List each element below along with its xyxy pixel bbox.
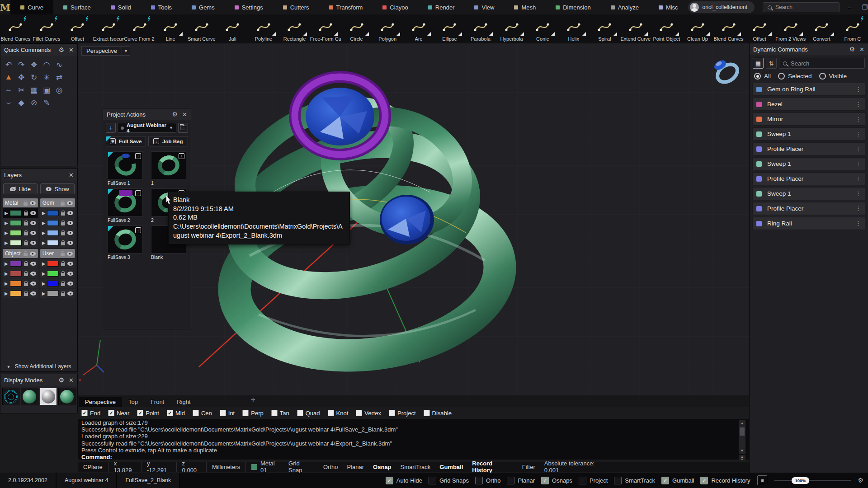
kebab-menu-icon[interactable]: ⋮	[855, 116, 861, 122]
close-icon[interactable]: ✕	[182, 111, 187, 118]
command-history[interactable]: Loaded graph of size:179Successfully rea…	[78, 419, 749, 460]
layer-row[interactable]: ▶	[40, 208, 75, 218]
kebab-menu-icon[interactable]: ⋮	[855, 175, 861, 182]
kebab-menu-icon[interactable]: ⋮	[855, 160, 861, 167]
bottom-toggle[interactable]: Grid Snaps	[429, 477, 469, 484]
quick-command-icon[interactable]: ▣	[41, 84, 52, 96]
osnap-toggle[interactable]: Knot	[328, 410, 349, 417]
checkbox-icon[interactable]	[193, 410, 199, 416]
quick-command-icon[interactable]: ↷	[15, 59, 27, 70]
toolbar-button[interactable]: Jali	[217, 14, 248, 43]
saved-state-thumbnail[interactable]: ↓ FullSave 2	[108, 188, 143, 223]
osnap-toggle[interactable]: Perp	[242, 410, 263, 417]
command-item[interactable]: Mirror ⋮	[752, 113, 865, 126]
quick-command-icon[interactable]: ⇄	[53, 71, 65, 83]
eye-icon[interactable]	[30, 282, 36, 286]
menu-item[interactable]: Misc	[649, 0, 688, 14]
osnap-toggle[interactable]: Mid	[167, 410, 185, 417]
toolbar-button[interactable]: Convert	[806, 14, 837, 43]
osnap-toggle[interactable]: Project	[389, 410, 415, 417]
checkbox-icon[interactable]	[661, 477, 669, 484]
command-item[interactable]: Bezel ⋮	[752, 98, 865, 111]
lock-icon[interactable]	[61, 293, 65, 296]
commands-search-input[interactable]	[791, 60, 849, 67]
gear-icon[interactable]: ⚙	[858, 477, 863, 484]
lock-icon[interactable]	[61, 273, 65, 276]
lock-icon[interactable]	[24, 283, 28, 286]
checkbox-icon[interactable]	[297, 410, 303, 416]
status-cell[interactable]: y -12.291	[142, 462, 177, 472]
toolbar-button[interactable]: Point Object	[651, 14, 682, 43]
eye-icon[interactable]	[30, 241, 36, 245]
eye-icon[interactable]	[30, 262, 36, 266]
layer-color-swatch[interactable]	[10, 291, 22, 296]
kebab-menu-icon[interactable]: ⋮	[855, 190, 861, 197]
status-toggle[interactable]: Planar	[347, 464, 364, 470]
close-icon[interactable]: ✕	[69, 47, 74, 53]
status-toggle[interactable]: SmartTrack	[401, 464, 431, 470]
eye-icon[interactable]	[67, 291, 73, 296]
layer-row[interactable]: ▶	[3, 289, 38, 298]
eye-icon[interactable]	[30, 201, 36, 205]
toolbar-button[interactable]: Offset	[744, 14, 775, 43]
status-cell[interactable]: CPlane	[78, 462, 108, 472]
toolbar-button[interactable]: Extract Isocurve Fr...	[93, 14, 124, 43]
status-cell[interactable]: x 13.829	[108, 462, 142, 472]
quick-command-icon[interactable]: ⇔	[3, 84, 14, 96]
menu-item[interactable]: Settings	[225, 0, 273, 14]
project-label[interactable]: August webinar 4	[57, 473, 118, 488]
menu-item[interactable]: Transform	[319, 0, 373, 14]
toolbar-button[interactable]: Line	[155, 14, 186, 43]
quick-command-icon[interactable]: ↶	[3, 59, 14, 70]
layer-group-header[interactable]: Object	[3, 249, 38, 258]
project-select[interactable]: August Webinar 4 ▼	[118, 123, 176, 133]
export-icon[interactable]: ↓	[135, 153, 141, 159]
checkbox-icon[interactable]	[424, 410, 430, 416]
eye-icon[interactable]	[67, 221, 73, 225]
quick-command-icon[interactable]: ◠	[41, 59, 52, 70]
lock-icon[interactable]	[24, 293, 28, 296]
export-icon[interactable]: ↓	[179, 153, 184, 159]
toolbar-button[interactable]: Offset	[62, 14, 93, 43]
saved-state-thumbnail[interactable]: ↓ 1	[151, 151, 186, 186]
checkbox-icon[interactable]	[108, 410, 114, 416]
menu-item[interactable]: Dimension	[546, 0, 600, 14]
menu-item[interactable]: Solid	[101, 0, 141, 14]
checkbox-icon[interactable]	[220, 410, 226, 416]
eye-icon[interactable]	[30, 291, 36, 296]
osnap-toggle[interactable]: Tan	[271, 410, 289, 417]
checkbox-icon[interactable]	[242, 410, 249, 416]
close-icon[interactable]: ✕	[69, 377, 74, 384]
quick-command-icon[interactable]: ◆	[15, 97, 27, 108]
kebab-menu-icon[interactable]: ⋮	[855, 220, 861, 227]
command-item[interactable]: Gem on Ring Rail ⋮	[752, 83, 865, 96]
layer-color-swatch[interactable]	[10, 210, 22, 216]
checkbox-icon[interactable]	[356, 410, 362, 416]
menu-item[interactable]: Surface	[53, 0, 101, 14]
layer-row[interactable]: ▶	[3, 259, 38, 268]
quick-command-icon[interactable]: ❖	[28, 59, 40, 70]
menu-item[interactable]: Mesh	[504, 0, 546, 14]
bottom-toggle[interactable]: Record History	[700, 477, 750, 484]
lock-icon[interactable]	[24, 242, 28, 245]
bottom-toggle[interactable]: Auto Hide	[386, 477, 422, 484]
filter-radio[interactable]: All	[754, 73, 771, 80]
bottom-toggle[interactable]: Ortho	[475, 477, 501, 484]
command-item[interactable]: Profile Placer ⋮	[752, 142, 865, 155]
toolbar-button[interactable]: Fillet Curves	[31, 14, 62, 43]
layer-color-swatch[interactable]	[10, 271, 22, 277]
quick-command-icon[interactable]: ✎	[41, 97, 52, 108]
menu-item[interactable]: Curve	[10, 0, 53, 14]
menu-item[interactable]: Clayoo	[373, 0, 418, 14]
toolbar-button[interactable]: Rectangle	[279, 14, 310, 43]
toolbar-button[interactable]: Parabola	[465, 14, 496, 43]
layer-group-header[interactable]: Gem	[40, 198, 75, 207]
quick-command-icon[interactable]: ▦	[28, 84, 40, 96]
lock-icon[interactable]	[24, 212, 28, 216]
layer-color-swatch[interactable]	[10, 220, 22, 226]
layer-row[interactable]: ▶	[3, 238, 38, 248]
checkbox-icon[interactable]	[81, 410, 88, 416]
expand-triangle-icon[interactable]: ▶	[42, 221, 46, 225]
display-mode-metal[interactable]	[40, 388, 57, 405]
menu-item[interactable]: Render	[418, 0, 465, 14]
